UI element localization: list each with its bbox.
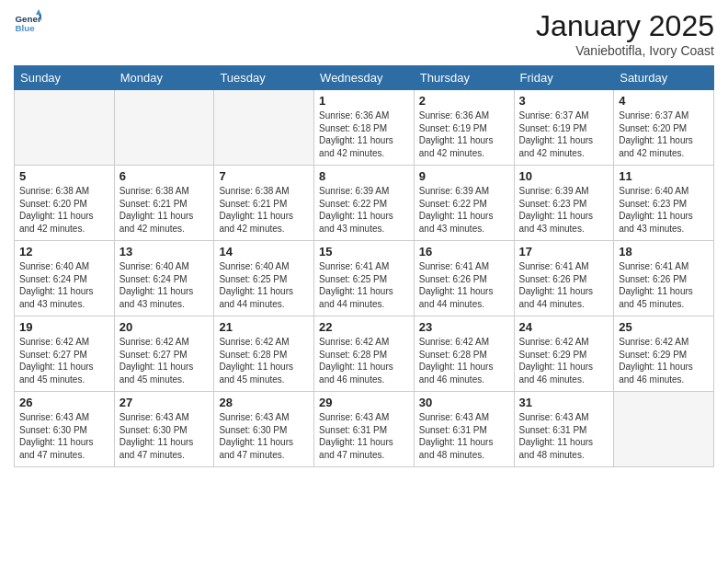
table-row — [614, 392, 714, 467]
day-number: 9 — [419, 169, 509, 183]
day-info: Sunrise: 6:37 AM Sunset: 6:19 PM Dayligh… — [519, 109, 609, 159]
day-number: 4 — [619, 94, 709, 108]
day-number: 17 — [519, 245, 609, 259]
day-info: Sunrise: 6:42 AM Sunset: 6:29 PM Dayligh… — [519, 336, 609, 385]
day-info: Sunrise: 6:42 AM Sunset: 6:28 PM Dayligh… — [319, 336, 409, 385]
table-row: 19Sunrise: 6:42 AM Sunset: 6:27 PM Dayli… — [15, 316, 115, 392]
month-title: January 2025 — [536, 9, 714, 43]
day-info: Sunrise: 6:38 AM Sunset: 6:21 PM Dayligh… — [119, 185, 210, 235]
day-info: Sunrise: 6:38 AM Sunset: 6:20 PM Dayligh… — [19, 185, 109, 235]
day-info: Sunrise: 6:40 AM Sunset: 6:25 PM Dayligh… — [219, 260, 309, 310]
table-row: 27Sunrise: 6:43 AM Sunset: 6:30 PM Dayli… — [114, 392, 214, 467]
day-number: 13 — [119, 245, 210, 259]
day-info: Sunrise: 6:43 AM Sunset: 6:31 PM Dayligh… — [419, 411, 509, 461]
header-monday: Monday — [114, 66, 214, 90]
calendar-week-row: 12Sunrise: 6:40 AM Sunset: 6:24 PM Dayli… — [15, 241, 714, 316]
day-info: Sunrise: 6:42 AM Sunset: 6:27 PM Dayligh… — [119, 336, 210, 385]
calendar-week-row: 26Sunrise: 6:43 AM Sunset: 6:30 PM Dayli… — [15, 392, 714, 467]
table-row — [114, 90, 214, 166]
header-tuesday: Tuesday — [214, 66, 314, 90]
day-number: 5 — [19, 169, 109, 183]
table-row: 11Sunrise: 6:40 AM Sunset: 6:23 PM Dayli… — [614, 166, 714, 241]
day-number: 2 — [419, 94, 509, 108]
table-row: 8Sunrise: 6:39 AM Sunset: 6:22 PM Daylig… — [314, 166, 415, 241]
table-row: 9Sunrise: 6:39 AM Sunset: 6:22 PM Daylig… — [414, 166, 514, 241]
day-info: Sunrise: 6:42 AM Sunset: 6:28 PM Dayligh… — [419, 336, 509, 385]
day-info: Sunrise: 6:36 AM Sunset: 6:19 PM Dayligh… — [419, 109, 509, 159]
day-info: Sunrise: 6:41 AM Sunset: 6:26 PM Dayligh… — [419, 260, 509, 310]
table-row: 4Sunrise: 6:37 AM Sunset: 6:20 PM Daylig… — [614, 90, 714, 166]
day-info: Sunrise: 6:42 AM Sunset: 6:28 PM Dayligh… — [219, 336, 309, 385]
table-row: 25Sunrise: 6:42 AM Sunset: 6:29 PM Dayli… — [614, 316, 714, 392]
table-row: 6Sunrise: 6:38 AM Sunset: 6:21 PM Daylig… — [114, 166, 214, 241]
day-info: Sunrise: 6:39 AM Sunset: 6:22 PM Dayligh… — [319, 185, 409, 235]
svg-text:General: General — [16, 14, 42, 24]
day-number: 24 — [519, 320, 609, 334]
day-number: 18 — [619, 245, 709, 259]
day-info: Sunrise: 6:39 AM Sunset: 6:22 PM Dayligh… — [419, 185, 509, 235]
day-number: 20 — [119, 320, 210, 334]
table-row: 17Sunrise: 6:41 AM Sunset: 6:26 PM Dayli… — [514, 241, 614, 316]
table-row: 10Sunrise: 6:39 AM Sunset: 6:23 PM Dayli… — [514, 166, 614, 241]
day-number: 14 — [219, 245, 309, 259]
table-row: 20Sunrise: 6:42 AM Sunset: 6:27 PM Dayli… — [114, 316, 214, 392]
day-info: Sunrise: 6:41 AM Sunset: 6:26 PM Dayligh… — [619, 260, 709, 310]
day-number: 30 — [419, 396, 509, 409]
table-row: 21Sunrise: 6:42 AM Sunset: 6:28 PM Dayli… — [214, 316, 314, 392]
day-number: 25 — [619, 320, 709, 334]
day-info: Sunrise: 6:43 AM Sunset: 6:31 PM Dayligh… — [519, 411, 609, 461]
table-row: 12Sunrise: 6:40 AM Sunset: 6:24 PM Dayli… — [15, 241, 115, 316]
day-info: Sunrise: 6:36 AM Sunset: 6:18 PM Dayligh… — [319, 109, 409, 159]
day-info: Sunrise: 6:43 AM Sunset: 6:30 PM Dayligh… — [19, 411, 109, 461]
day-number: 16 — [419, 245, 509, 259]
calendar-header-row: Sunday Monday Tuesday Wednesday Thursday… — [15, 66, 714, 90]
day-number: 10 — [519, 169, 609, 183]
day-info: Sunrise: 6:41 AM Sunset: 6:26 PM Dayligh… — [519, 260, 609, 310]
header: General Blue January 2025 Vaniebotifla, … — [14, 9, 714, 58]
day-number: 15 — [319, 245, 409, 259]
logo-icon: General Blue — [14, 9, 41, 37]
header-thursday: Thursday — [414, 66, 514, 90]
day-info: Sunrise: 6:41 AM Sunset: 6:25 PM Dayligh… — [319, 260, 409, 310]
table-row — [15, 90, 115, 166]
header-friday: Friday — [514, 66, 614, 90]
day-info: Sunrise: 6:43 AM Sunset: 6:31 PM Dayligh… — [319, 411, 409, 461]
header-wednesday: Wednesday — [314, 66, 415, 90]
page: General Blue January 2025 Vaniebotifla, … — [0, 0, 728, 563]
calendar-week-row: 1Sunrise: 6:36 AM Sunset: 6:18 PM Daylig… — [15, 90, 714, 166]
day-number: 12 — [19, 245, 109, 259]
day-number: 29 — [319, 396, 409, 409]
logo: General Blue — [14, 9, 41, 37]
table-row: 30Sunrise: 6:43 AM Sunset: 6:31 PM Dayli… — [414, 392, 514, 467]
table-row: 7Sunrise: 6:38 AM Sunset: 6:21 PM Daylig… — [214, 166, 314, 241]
table-row: 14Sunrise: 6:40 AM Sunset: 6:25 PM Dayli… — [214, 241, 314, 316]
day-info: Sunrise: 6:40 AM Sunset: 6:24 PM Dayligh… — [119, 260, 210, 310]
day-number: 6 — [119, 169, 210, 183]
day-number: 31 — [519, 396, 609, 409]
table-row: 2Sunrise: 6:36 AM Sunset: 6:19 PM Daylig… — [414, 90, 514, 166]
location: Vaniebotifla, Ivory Coast — [536, 43, 714, 58]
day-number: 7 — [219, 169, 309, 183]
day-number: 1 — [319, 94, 409, 108]
table-row: 29Sunrise: 6:43 AM Sunset: 6:31 PM Dayli… — [314, 392, 415, 467]
day-number: 26 — [19, 396, 109, 409]
day-info: Sunrise: 6:43 AM Sunset: 6:30 PM Dayligh… — [119, 411, 210, 461]
table-row: 22Sunrise: 6:42 AM Sunset: 6:28 PM Dayli… — [314, 316, 415, 392]
day-info: Sunrise: 6:40 AM Sunset: 6:24 PM Dayligh… — [19, 260, 109, 310]
day-number: 27 — [119, 396, 210, 409]
table-row: 31Sunrise: 6:43 AM Sunset: 6:31 PM Dayli… — [514, 392, 614, 467]
title-block: January 2025 Vaniebotifla, Ivory Coast — [536, 9, 714, 58]
header-saturday: Saturday — [614, 66, 714, 90]
table-row: 24Sunrise: 6:42 AM Sunset: 6:29 PM Dayli… — [514, 316, 614, 392]
day-number: 8 — [319, 169, 409, 183]
day-info: Sunrise: 6:43 AM Sunset: 6:30 PM Dayligh… — [219, 411, 309, 461]
table-row: 5Sunrise: 6:38 AM Sunset: 6:20 PM Daylig… — [15, 166, 115, 241]
day-info: Sunrise: 6:37 AM Sunset: 6:20 PM Dayligh… — [619, 109, 709, 159]
table-row: 18Sunrise: 6:41 AM Sunset: 6:26 PM Dayli… — [614, 241, 714, 316]
svg-text:Blue: Blue — [16, 23, 36, 33]
day-number: 23 — [419, 320, 509, 334]
day-number: 11 — [619, 169, 709, 183]
calendar-week-row: 19Sunrise: 6:42 AM Sunset: 6:27 PM Dayli… — [15, 316, 714, 392]
day-info: Sunrise: 6:40 AM Sunset: 6:23 PM Dayligh… — [619, 185, 709, 235]
day-info: Sunrise: 6:39 AM Sunset: 6:23 PM Dayligh… — [519, 185, 609, 235]
